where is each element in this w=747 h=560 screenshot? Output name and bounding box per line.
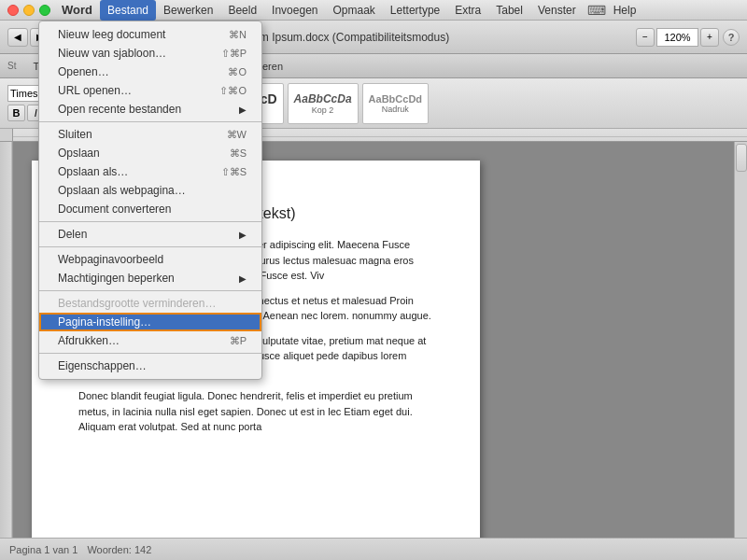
paragraph-4: Donec blandit feugiat ligula. Donec hend…	[78, 388, 433, 435]
style-nadruk[interactable]: AaBbCcDd Nadruk	[362, 83, 429, 124]
menu-item-label: Open recente bestanden	[58, 103, 181, 116]
menu-nieuw-leeg[interactable]: Nieuw leeg document ⌘N	[39, 25, 261, 44]
menu-converteren[interactable]: Document converteren	[39, 200, 261, 218]
minimize-button[interactable]	[23, 5, 35, 16]
menu-item-label: Nieuw leeg document	[58, 28, 165, 41]
menu-item-label: Nieuw van sjabloon…	[58, 47, 166, 60]
back-icon: ◀	[14, 32, 21, 42]
separator-5	[39, 353, 261, 354]
bestand-dropdown: Nieuw leeg document ⌘N Nieuw van sjabloo…	[38, 21, 262, 380]
page-info: Pagina 1 van 1	[9, 544, 78, 555]
menu-item-label: Opslaan	[58, 147, 100, 160]
menu-item-shortcut: ⇧⌘O	[219, 85, 247, 97]
menu-help[interactable]: Help	[606, 0, 644, 21]
style-kop2[interactable]: AaBbCcDa Kop 2	[288, 83, 359, 124]
menu-venster[interactable]: Venster	[530, 0, 584, 21]
vertical-scrollbar[interactable]	[734, 142, 747, 538]
menu-nieuw-sjabloon[interactable]: Nieuw van sjabloon… ⇧⌘P	[39, 44, 261, 63]
separator-1	[39, 121, 261, 122]
menu-item-shortcut: ⇧⌘P	[221, 48, 247, 60]
menu-item-shortcut: ⌘W	[227, 129, 247, 141]
menu-item-label: URL openen…	[58, 84, 132, 97]
menu-item-label: Webpaginavoorbeeld	[58, 253, 163, 266]
menu-opslaan[interactable]: Opslaan ⌘S	[39, 144, 261, 162]
style-preview: AaBbCcDa	[294, 92, 352, 105]
menu-url-openen[interactable]: URL openen… ⇧⌘O	[39, 81, 261, 100]
style-gallery: AaBbCcD Kop 1 AaBbCcDa Kop 2 AaBbCcDd Na…	[210, 83, 740, 124]
menu-item-label: Bestandsgrootte verminderen…	[58, 297, 216, 310]
menu-item-shortcut: ⌘O	[228, 66, 247, 78]
word-count: Woorden: 142	[87, 544, 151, 555]
submenu-arrow-icon: ▶	[239, 230, 247, 240]
vertical-ruler	[0, 142, 13, 538]
keyboard-icon: ⌨	[587, 3, 606, 18]
menu-item-label: Document converteren	[58, 203, 171, 216]
ruler-corner	[0, 129, 13, 142]
traffic-lights	[4, 5, 54, 16]
menu-item-label: Delen	[58, 228, 87, 241]
zoom-in-icon: +	[707, 32, 712, 42]
tab-star-icon: St	[7, 61, 16, 71]
menu-item-label: Opslaan als…	[58, 165, 128, 178]
menu-opmaak[interactable]: Opmaak	[326, 0, 383, 21]
menu-machtigingen[interactable]: Machtigingen beperken ▶	[39, 269, 261, 287]
close-button[interactable]	[7, 5, 19, 16]
menu-item-shortcut: ⌘N	[229, 29, 247, 41]
menu-opslaan-als[interactable]: Opslaan als… ⇧⌘S	[39, 162, 261, 181]
menu-lettertype[interactable]: Lettertype	[383, 0, 447, 21]
scrollbar-thumb[interactable]	[736, 144, 747, 172]
menu-webpagina[interactable]: Webpaginavoorbeeld	[39, 250, 261, 269]
zoom-in-button[interactable]: +	[700, 28, 719, 47]
menu-eigenschappen[interactable]: Eigenschappen…	[39, 357, 261, 375]
menu-openen[interactable]: Openen… ⌘O	[39, 63, 261, 81]
bold-button[interactable]: B	[7, 105, 25, 121]
separator-4	[39, 290, 261, 291]
menu-item-label: Eigenschappen…	[58, 359, 147, 372]
help-button[interactable]: ?	[723, 29, 740, 46]
menu-bewerken[interactable]: Bewerken	[156, 0, 220, 21]
style-label: Nadruk	[382, 105, 409, 114]
zoom-out-icon: −	[642, 32, 648, 42]
separator-3	[39, 246, 261, 247]
menu-item-shortcut: ⌘S	[230, 147, 247, 160]
menu-item-label: Machtigingen beperken	[58, 272, 175, 285]
menu-sluiten[interactable]: Sluiten ⌘W	[39, 125, 261, 144]
maximize-button[interactable]	[39, 5, 50, 16]
menu-bar: Word Bestand Bewerken Beeld Invoegen Opm…	[0, 0, 747, 21]
menu-bestand[interactable]: Bestand	[100, 0, 156, 21]
menu-item-label: Afdrukken…	[58, 334, 120, 347]
submenu-arrow-icon: ▶	[239, 273, 247, 284]
zoom-input[interactable]	[656, 28, 698, 47]
menu-pagina-instelling[interactable]: Pagina-instelling…	[39, 313, 261, 331]
menu-item-label: Sluiten	[58, 128, 92, 141]
style-preview: AaBbCcDd	[369, 93, 422, 105]
menu-item-shortcut: ⌘P	[230, 335, 247, 347]
style-label: Kop 2	[312, 105, 334, 115]
menu-extra[interactable]: Extra	[447, 0, 488, 21]
menu-tabel[interactable]: Tabel	[488, 0, 530, 21]
menu-item-label: Openen…	[58, 65, 109, 78]
menu-bestandsgrootte: Bestandsgrootte verminderen…	[39, 294, 261, 313]
menu-afdrukken[interactable]: Afdrukken… ⌘P	[39, 331, 261, 350]
menu-delen[interactable]: Delen ▶	[39, 225, 261, 244]
menu-item-label: Pagina-instelling…	[58, 315, 151, 329]
app-name[interactable]: Word	[54, 0, 100, 21]
menu-invoegen[interactable]: Invoegen	[264, 0, 325, 21]
zoom-area: − +	[636, 28, 719, 47]
menu-item-label: Opslaan als webpagina…	[58, 184, 186, 197]
back-button[interactable]: ◀	[7, 28, 28, 47]
menu-opslaan-webpagina[interactable]: Opslaan als webpagina…	[39, 181, 261, 200]
menu-open-recent[interactable]: Open recente bestanden ▶	[39, 100, 261, 119]
zoom-out-button[interactable]: −	[636, 28, 655, 47]
menu-item-shortcut: ⇧⌘S	[221, 166, 247, 178]
submenu-arrow-icon: ▶	[239, 105, 247, 115]
status-bar: Pagina 1 van 1 Woorden: 142	[0, 538, 747, 560]
separator-2	[39, 221, 261, 222]
menu-beeld[interactable]: Beeld	[220, 0, 264, 21]
